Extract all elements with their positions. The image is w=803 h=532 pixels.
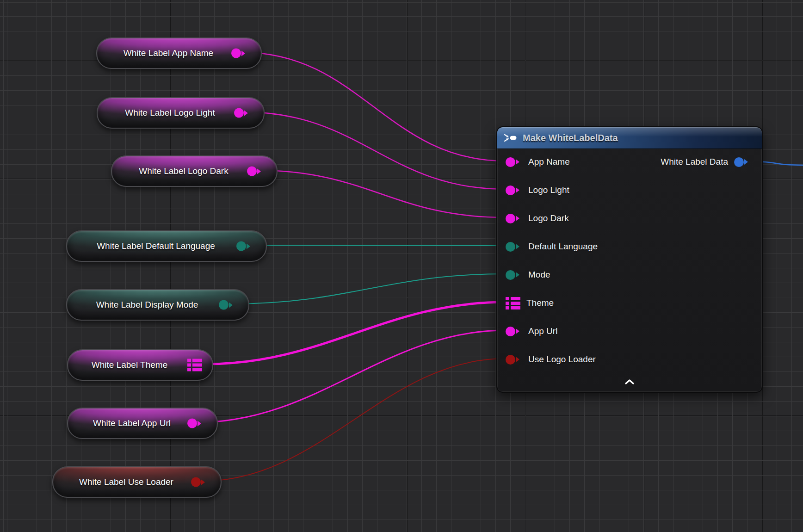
input-row-theme: Theme bbox=[506, 296, 554, 310]
getter-node-white-label-app-name[interactable]: White Label App Name bbox=[96, 37, 262, 69]
make-node-header[interactable]: Make WhiteLabelData bbox=[497, 127, 762, 148]
struct-pin-cell bbox=[511, 306, 520, 309]
pin-dot bbox=[231, 49, 241, 58]
input-pin-label: Use Logo Loader bbox=[528, 354, 596, 365]
output-pin[interactable] bbox=[219, 300, 235, 310]
pin-dot bbox=[236, 241, 246, 251]
output-pin[interactable] bbox=[734, 157, 751, 167]
getter-node-label: White Label Display Mode bbox=[74, 290, 221, 320]
output-pin[interactable] bbox=[187, 419, 204, 428]
wire bbox=[243, 112, 506, 189]
pin-arrow bbox=[229, 302, 235, 308]
blueprint-graph[interactable]: White Label App NameWhite Label Logo Lig… bbox=[0, 0, 803, 532]
input-row-default-language: Default Language bbox=[506, 240, 598, 254]
output-pin-label: White Label Data bbox=[661, 157, 728, 167]
pin-dot bbox=[506, 327, 515, 336]
pin-dot bbox=[191, 477, 201, 487]
input-pin-label: App Url bbox=[528, 326, 557, 336]
struct-pin-cell bbox=[187, 364, 191, 367]
input-row-logo-light: Logo Light bbox=[506, 183, 569, 197]
struct-pin-cell bbox=[187, 368, 191, 371]
pin-arrow bbox=[198, 421, 204, 426]
getter-node-label: White Label Logo Dark bbox=[118, 156, 249, 186]
getter-node-label: White Label Use Loader bbox=[60, 467, 193, 497]
pin-arrow bbox=[247, 243, 253, 249]
getter-node-white-label-use-loader[interactable]: White Label Use Loader bbox=[52, 466, 222, 498]
getter-node-white-label-app-url[interactable]: White Label App Url bbox=[67, 408, 218, 439]
input-pin-label: Logo Dark bbox=[528, 213, 569, 223]
pin-arrow bbox=[257, 168, 264, 174]
wire bbox=[230, 274, 506, 304]
input-row-logo-dark: Logo Dark bbox=[506, 211, 569, 225]
getter-node-label: White Label App Name bbox=[104, 38, 233, 68]
pin-arrow bbox=[516, 328, 522, 334]
pin-dot bbox=[506, 355, 515, 365]
getter-node-label: White Label App Url bbox=[74, 408, 189, 438]
input-pin[interactable] bbox=[506, 242, 522, 252]
input-row-app-name: App Name bbox=[506, 155, 570, 169]
input-pin[interactable] bbox=[506, 270, 522, 280]
make-whitelabeldata-node[interactable]: Make WhiteLabelData App NameLogo LightLo… bbox=[496, 126, 763, 393]
pin-dot bbox=[734, 157, 744, 167]
pin-arrow bbox=[516, 159, 522, 165]
chevron-up-icon bbox=[624, 379, 635, 385]
pin-arrow bbox=[244, 110, 251, 116]
getter-node-white-label-theme[interactable]: White Label Theme bbox=[67, 349, 213, 381]
output-pin[interactable] bbox=[187, 359, 202, 371]
wire bbox=[256, 170, 506, 217]
output-pin[interactable] bbox=[236, 241, 253, 251]
pin-arrow bbox=[516, 272, 522, 278]
make-struct-icon bbox=[504, 133, 518, 142]
pin-arrow bbox=[516, 244, 522, 249]
pin-dot bbox=[506, 242, 515, 252]
collapse-chevron-button[interactable] bbox=[619, 377, 640, 388]
input-pin[interactable] bbox=[506, 297, 520, 309]
pin-dot bbox=[506, 186, 515, 195]
struct-pin-cell bbox=[192, 359, 202, 362]
input-pin-label: Default Language bbox=[528, 241, 598, 252]
pin-dot bbox=[506, 157, 515, 167]
pin-arrow bbox=[201, 479, 208, 485]
struct-pin-cell bbox=[506, 302, 509, 305]
pin-arrow bbox=[241, 50, 248, 56]
input-pin[interactable] bbox=[506, 214, 522, 223]
input-pin-label: Mode bbox=[528, 270, 550, 280]
input-pin[interactable] bbox=[506, 327, 522, 336]
pin-arrow bbox=[744, 159, 751, 165]
getter-node-white-label-logo-light[interactable]: White Label Logo Light bbox=[97, 97, 265, 129]
getter-node-white-label-default-language[interactable]: White Label Default Language bbox=[66, 230, 267, 262]
output-pin[interactable] bbox=[234, 108, 251, 118]
struct-pin-cell bbox=[506, 297, 509, 300]
input-row-app-url: App Url bbox=[506, 324, 557, 338]
struct-pin-cell bbox=[511, 302, 520, 305]
getter-node-label: White Label Logo Light bbox=[104, 98, 236, 128]
output-pin[interactable] bbox=[247, 167, 264, 176]
pin-dot bbox=[234, 108, 244, 118]
input-pin-label: Theme bbox=[526, 298, 554, 308]
struct-pin-cell bbox=[511, 297, 520, 300]
pin-arrow bbox=[516, 187, 522, 193]
getter-node-label: White Label Default Language bbox=[74, 231, 238, 261]
struct-pin-cell bbox=[506, 306, 509, 309]
pin-dot bbox=[506, 214, 515, 223]
output-pin[interactable] bbox=[231, 49, 248, 58]
getter-node-white-label-logo-dark[interactable]: White Label Logo Dark bbox=[111, 155, 278, 187]
input-pin[interactable] bbox=[506, 157, 522, 167]
pin-arrow bbox=[516, 357, 522, 362]
getter-node-white-label-display-mode[interactable]: White Label Display Mode bbox=[66, 289, 249, 321]
make-node-title: Make WhiteLabelData bbox=[523, 133, 618, 143]
struct-pin-cell bbox=[192, 364, 202, 367]
input-row-mode: Mode bbox=[506, 268, 550, 282]
wire bbox=[241, 52, 506, 161]
input-row-use-logo-loader: Use Logo Loader bbox=[506, 353, 596, 366]
output-pin[interactable] bbox=[191, 477, 208, 487]
pin-dot bbox=[247, 167, 257, 176]
wire bbox=[205, 302, 506, 364]
pin-dot bbox=[219, 300, 229, 310]
wire bbox=[250, 245, 506, 246]
input-pin-label: App Name bbox=[528, 157, 570, 167]
input-pin[interactable] bbox=[506, 186, 522, 195]
input-pin[interactable] bbox=[506, 355, 522, 365]
input-pin-label: Logo Light bbox=[528, 185, 569, 195]
pin-arrow bbox=[516, 216, 522, 221]
